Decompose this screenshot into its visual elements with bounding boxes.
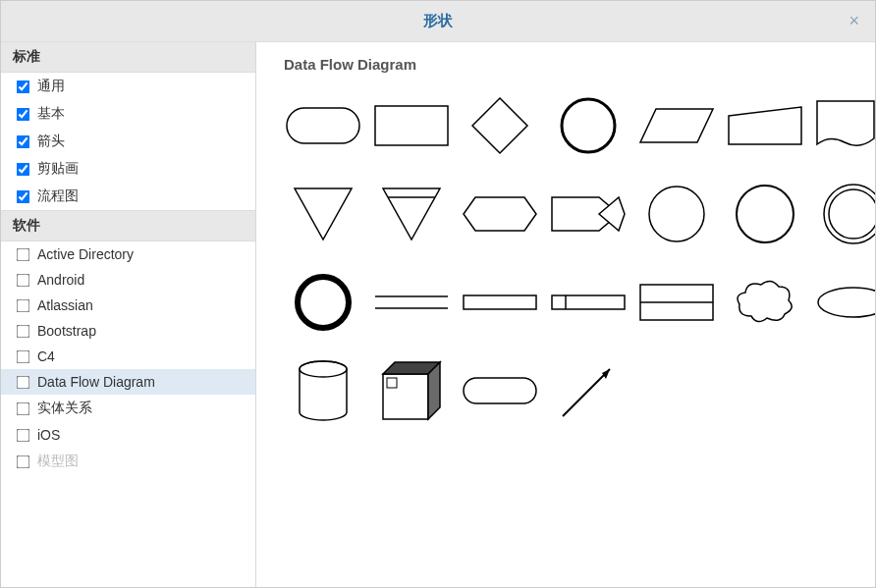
sidebar-item[interactable]: 通用: [1, 73, 255, 100]
sidebar-checkbox[interactable]: [17, 375, 30, 389]
svg-point-16: [298, 277, 349, 328]
sidebar-item-label: Data Flow Diagram: [37, 374, 155, 390]
shape-parallelogram[interactable]: [637, 86, 716, 165]
svg-marker-2: [472, 98, 527, 153]
sidebar-checkbox[interactable]: [17, 401, 30, 415]
svg-rect-0: [287, 108, 359, 143]
sidebar-checkbox[interactable]: [17, 80, 30, 93]
shape-ellipse[interactable]: [814, 263, 875, 342]
sidebar-item[interactable]: 基本: [1, 100, 255, 128]
sidebar-item-label: Bootstrap: [37, 323, 96, 339]
sidebar-item-label: Active Directory: [37, 246, 134, 262]
sidebar-item-label: 模型图: [37, 453, 79, 470]
svg-rect-19: [464, 295, 536, 309]
dialog-title: 形状: [423, 12, 453, 30]
shape-long-rect[interactable]: [461, 263, 539, 342]
sidebar-item[interactable]: Active Directory: [1, 241, 255, 267]
section-header: 软件: [1, 210, 255, 241]
sidebar-item[interactable]: Android: [1, 267, 255, 293]
shapes-grid: [284, 86, 855, 430]
shape-hexagon[interactable]: [461, 175, 539, 253]
sidebar-checkbox[interactable]: [17, 189, 30, 203]
sidebar-checkbox[interactable]: [17, 454, 30, 468]
shape-circle-medium[interactable]: [726, 175, 804, 253]
sidebar-item-label: C4: [37, 348, 55, 364]
sidebar-item-label: 实体关系: [37, 400, 92, 417]
svg-marker-6: [295, 188, 352, 240]
sidebar-item-label: 剪贴画: [37, 160, 79, 178]
svg-marker-33: [602, 369, 610, 379]
sidebar-item-label: 箭头: [37, 133, 65, 150]
shape-cloud[interactable]: [726, 263, 804, 342]
shape-double-circle[interactable]: [814, 175, 875, 253]
sidebar-checkbox[interactable]: [17, 273, 30, 287]
sidebar-item[interactable]: Data Flow Diagram: [1, 369, 255, 395]
close-icon[interactable]: ×: [849, 11, 859, 31]
sidebar-item[interactable]: 模型图: [1, 448, 255, 475]
shape-diamond[interactable]: [461, 86, 539, 165]
svg-marker-7: [383, 188, 440, 240]
shape-rect-midline[interactable]: [637, 263, 716, 342]
sidebar-item-label: 流程图: [37, 187, 79, 205]
svg-point-15: [829, 189, 875, 239]
shape-circle-thin[interactable]: [637, 175, 716, 253]
sidebar-checkbox[interactable]: [17, 324, 30, 338]
shape-wave-bottom-rect[interactable]: [814, 86, 875, 165]
shape-cylinder[interactable]: [284, 351, 362, 430]
svg-marker-9: [464, 197, 536, 231]
shape-rect-divider[interactable]: [549, 263, 628, 342]
shape-cube-3d[interactable]: [372, 351, 451, 430]
sidebar-checkbox[interactable]: [17, 247, 30, 261]
shape-rounded-rect[interactable]: [284, 86, 362, 165]
sidebar-item[interactable]: 剪贴画: [1, 155, 255, 183]
svg-point-12: [649, 187, 704, 241]
shape-circle-thick[interactable]: [284, 263, 362, 342]
sidebar-item-label: 通用: [37, 78, 65, 95]
sidebar-item-label: iOS: [37, 427, 60, 443]
sidebar-item[interactable]: 箭头: [1, 128, 255, 155]
svg-point-3: [562, 99, 615, 152]
sidebar-item[interactable]: Atlassian: [1, 293, 255, 318]
shape-circle-bold[interactable]: [549, 86, 628, 165]
sidebar-checkbox[interactable]: [17, 298, 30, 312]
shape-double-line[interactable]: [372, 263, 451, 342]
shape-triangle-down-bar[interactable]: [372, 175, 451, 253]
shape-pentagon-arrow[interactable]: [549, 175, 628, 253]
sidebar-item-label: 基本: [37, 105, 65, 123]
svg-rect-30: [387, 378, 397, 388]
svg-line-32: [563, 369, 610, 416]
svg-rect-1: [375, 106, 448, 145]
shape-rectangle[interactable]: [372, 86, 451, 165]
svg-point-13: [737, 186, 794, 242]
sidebar-item-label: Atlassian: [37, 297, 93, 313]
svg-marker-4: [640, 109, 713, 142]
sidebar-item[interactable]: 流程图: [1, 183, 255, 210]
shapes-dialog: 形状 × 标准通用基本箭头剪贴画流程图软件Active DirectoryAnd…: [0, 0, 876, 588]
svg-rect-31: [464, 378, 536, 403]
sidebar-item[interactable]: Bootstrap: [1, 318, 255, 344]
sidebar-item[interactable]: iOS: [1, 422, 255, 448]
sidebar-item-label: Android: [37, 272, 84, 288]
svg-marker-5: [729, 107, 801, 144]
sidebar-checkbox[interactable]: [17, 349, 30, 363]
dialog-body: 标准通用基本箭头剪贴画流程图软件Active DirectoryAndroidA…: [1, 42, 875, 587]
shape-stadium[interactable]: [461, 351, 539, 430]
shape-arrow-line[interactable]: [549, 351, 628, 430]
shape-triangle-down[interactable]: [284, 175, 362, 253]
content-pane: Data Flow Diagram: [256, 42, 875, 587]
sidebar[interactable]: 标准通用基本箭头剪贴画流程图软件Active DirectoryAndroidA…: [1, 42, 256, 587]
sidebar-checkbox[interactable]: [17, 134, 30, 148]
shape-trapezoid-offset[interactable]: [726, 86, 804, 165]
sidebar-item[interactable]: 实体关系: [1, 395, 255, 422]
content-title: Data Flow Diagram: [284, 56, 855, 73]
sidebar-checkbox[interactable]: [17, 428, 30, 442]
svg-rect-20: [552, 295, 625, 309]
sidebar-checkbox[interactable]: [17, 162, 30, 176]
sidebar-item[interactable]: C4: [1, 344, 255, 369]
section-header: 标准: [1, 42, 255, 73]
titlebar: 形状 ×: [1, 1, 875, 42]
sidebar-checkbox[interactable]: [17, 107, 30, 121]
svg-point-24: [818, 288, 875, 317]
